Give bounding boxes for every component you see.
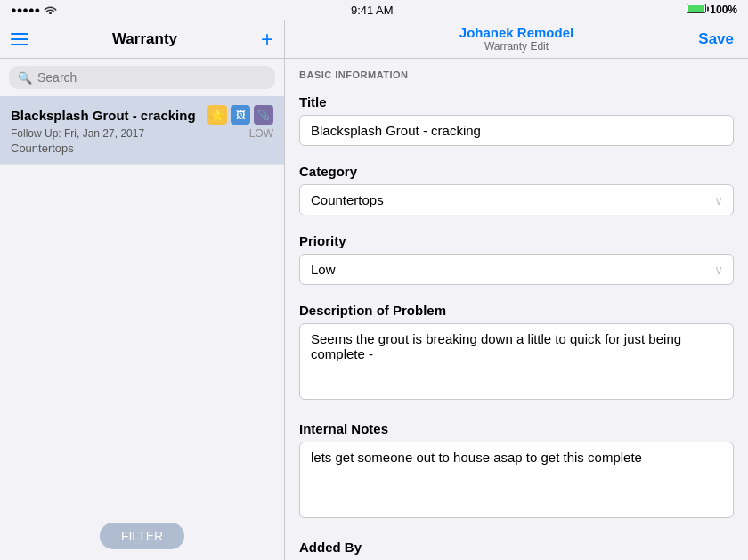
battery-percent: 100% xyxy=(710,4,737,16)
status-left: ●●●●● xyxy=(11,4,57,16)
project-info: Johanek Remodel Warranty Edit xyxy=(459,25,573,53)
sidebar: 🔍 Blacksplash Grout - cracking ⭐ 🖼 📎 Fol… xyxy=(0,59,285,560)
signal-icon: ●●●●● xyxy=(11,4,40,15)
category-select-wrap: Countertops Flooring Plumbing Electrical… xyxy=(299,184,734,215)
title-input[interactable] xyxy=(299,115,734,146)
search-icon: 🔍 xyxy=(18,71,32,85)
priority-badge: LOW xyxy=(249,127,273,140)
wifi-icon xyxy=(44,4,57,16)
nav-subtitle: Warranty Edit xyxy=(459,40,573,53)
internal-notes-group: Internal Notes lets get someone out to h… xyxy=(285,412,748,531)
main-content: 🔍 Blacksplash Grout - cracking ⭐ 🖼 📎 Fol… xyxy=(0,59,748,560)
added-by-group: Added By Clint Johanek xyxy=(285,531,748,560)
sidebar-footer: FILTER xyxy=(0,512,284,560)
list-item-category: Countertops xyxy=(11,142,273,155)
battery-icon xyxy=(687,4,706,16)
nav-title: Warranty xyxy=(43,30,247,48)
search-bar: 🔍 xyxy=(0,59,284,96)
priority-group: Priority Low Medium High ∨ xyxy=(285,224,748,294)
category-group: Category Countertops Flooring Plumbing E… xyxy=(285,155,748,224)
time-display: 9:41 AM xyxy=(351,4,394,17)
filter-button[interactable]: FILTER xyxy=(100,523,184,549)
nav-right: Johanek Remodel Warranty Edit Save xyxy=(285,20,748,58)
status-right: 100% xyxy=(687,4,737,16)
menu-button[interactable] xyxy=(11,33,28,45)
title-group: Title xyxy=(285,85,748,155)
list-item[interactable]: Blacksplash Grout - cracking ⭐ 🖼 📎 Follo… xyxy=(0,96,284,165)
section-header: BASIC INFORMATION xyxy=(285,59,748,85)
category-label: Category xyxy=(299,164,734,179)
list-item-header: Blacksplash Grout - cracking ⭐ 🖼 📎 xyxy=(11,105,273,125)
list-item-followup: Follow Up: Fri, Jan 27, 2017 LOW xyxy=(11,127,273,140)
add-warranty-button[interactable]: + xyxy=(261,28,273,50)
priority-select[interactable]: Low Medium High xyxy=(299,254,734,285)
followup-text: Follow Up: Fri, Jan 27, 2017 xyxy=(11,127,144,140)
description-textarea[interactable]: Seems the grout is breaking down a littl… xyxy=(299,323,734,400)
category-select[interactable]: Countertops Flooring Plumbing Electrical… xyxy=(299,184,734,215)
save-button[interactable]: Save xyxy=(698,30,734,48)
search-wrap: 🔍 xyxy=(9,66,275,89)
description-group: Description of Problem Seems the grout i… xyxy=(285,294,748,412)
nav-left: Warranty + xyxy=(0,20,285,58)
nav-bar: Warranty + Johanek Remodel Warranty Edit… xyxy=(0,20,748,59)
photo-icon: 🖼 xyxy=(231,105,250,125)
attachment-icon: 📎 xyxy=(254,105,273,125)
internal-notes-textarea[interactable]: lets get someone out to house asap to ge… xyxy=(299,442,734,518)
internal-notes-label: Internal Notes xyxy=(299,421,734,436)
priority-label: Priority xyxy=(299,233,734,248)
star-icon: ⭐ xyxy=(207,105,227,125)
status-bar: ●●●●● 9:41 AM 100% xyxy=(0,0,748,20)
list-item-title: Blacksplash Grout - cracking xyxy=(11,108,196,123)
list-item-icons: ⭐ 🖼 📎 xyxy=(207,105,273,125)
search-input[interactable] xyxy=(37,70,266,85)
detail-panel: BASIC INFORMATION Title Category Counter… xyxy=(285,59,748,560)
priority-select-wrap: Low Medium High ∨ xyxy=(299,254,734,285)
project-name: Johanek Remodel xyxy=(459,25,573,40)
title-label: Title xyxy=(299,94,734,110)
description-label: Description of Problem xyxy=(299,303,734,318)
added-by-label: Added By xyxy=(299,540,734,555)
